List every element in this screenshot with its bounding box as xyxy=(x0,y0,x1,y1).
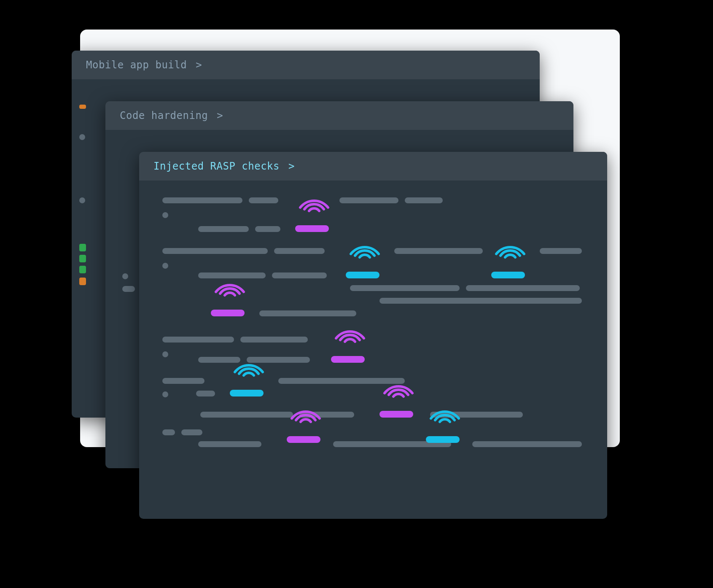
code-bar xyxy=(405,197,443,203)
highlight-bar xyxy=(295,225,329,232)
code-bar xyxy=(278,378,405,384)
window-body xyxy=(139,181,607,518)
code-bar xyxy=(259,310,356,316)
code-bar xyxy=(299,412,354,418)
gutter-marker xyxy=(79,278,86,285)
highlight-bar xyxy=(379,411,413,418)
code-bar xyxy=(466,285,580,291)
window-injected-rasp-checks: Injected RASP checks > xyxy=(139,152,607,519)
code-bar xyxy=(162,429,175,435)
window-titlebar: Code hardening > xyxy=(105,101,573,130)
signal-icon xyxy=(491,235,529,260)
window-title: Mobile app build xyxy=(86,59,187,71)
highlight-bar xyxy=(331,356,365,363)
chevron-right-icon: > xyxy=(288,160,295,172)
code-bar xyxy=(540,248,582,254)
code-bar xyxy=(255,226,280,232)
signal-icon xyxy=(295,188,333,213)
code-bar xyxy=(394,248,483,254)
code-bar xyxy=(79,197,85,203)
code-bar xyxy=(198,441,261,447)
gutter-marker xyxy=(79,244,86,251)
window-title: Injected RASP checks xyxy=(153,160,280,172)
code-bar xyxy=(122,273,128,279)
highlight-bar xyxy=(287,436,320,443)
code-bar xyxy=(196,391,215,396)
gutter-marker xyxy=(79,266,86,273)
code-bar xyxy=(200,412,293,418)
code-bar xyxy=(379,298,582,304)
chevron-right-icon: > xyxy=(196,59,202,71)
code-bar xyxy=(350,285,460,291)
code-bar xyxy=(240,337,308,343)
highlight-bar xyxy=(426,436,460,443)
code-bar xyxy=(247,357,310,363)
code-bar xyxy=(122,286,135,292)
chevron-right-icon: > xyxy=(217,110,223,121)
code-bar xyxy=(472,441,582,447)
code-bar xyxy=(274,248,325,254)
signal-icon xyxy=(379,374,417,399)
code-bar xyxy=(198,272,266,278)
code-bar xyxy=(430,412,523,418)
code-bar xyxy=(162,351,168,357)
highlight-bar xyxy=(211,310,245,316)
signal-icon xyxy=(230,353,268,378)
gutter-marker xyxy=(79,105,86,109)
code-bar xyxy=(162,337,234,343)
code-bar xyxy=(162,378,204,384)
code-bar xyxy=(339,197,398,203)
highlight-bar xyxy=(491,272,525,278)
highlight-bar xyxy=(230,390,264,396)
code-bar xyxy=(162,197,242,203)
code-bar xyxy=(162,212,168,218)
code-bar xyxy=(181,429,202,435)
window-title: Code hardening xyxy=(120,110,208,121)
code-bar xyxy=(162,248,268,254)
signal-icon xyxy=(331,319,369,344)
code-bar xyxy=(162,391,168,397)
illustration-stage: Mobile app build > Code hardening > Inje… xyxy=(72,30,620,536)
code-bar xyxy=(198,226,249,232)
gutter-marker xyxy=(79,255,86,262)
code-bar xyxy=(79,134,85,140)
window-titlebar: Mobile app build > xyxy=(72,51,540,79)
code-bar xyxy=(198,357,240,363)
code-bar xyxy=(162,263,168,269)
code-bar xyxy=(272,272,327,278)
window-titlebar: Injected RASP checks > xyxy=(139,152,607,181)
signal-icon xyxy=(346,235,384,260)
highlight-bar xyxy=(346,272,379,278)
code-bar xyxy=(249,197,278,203)
